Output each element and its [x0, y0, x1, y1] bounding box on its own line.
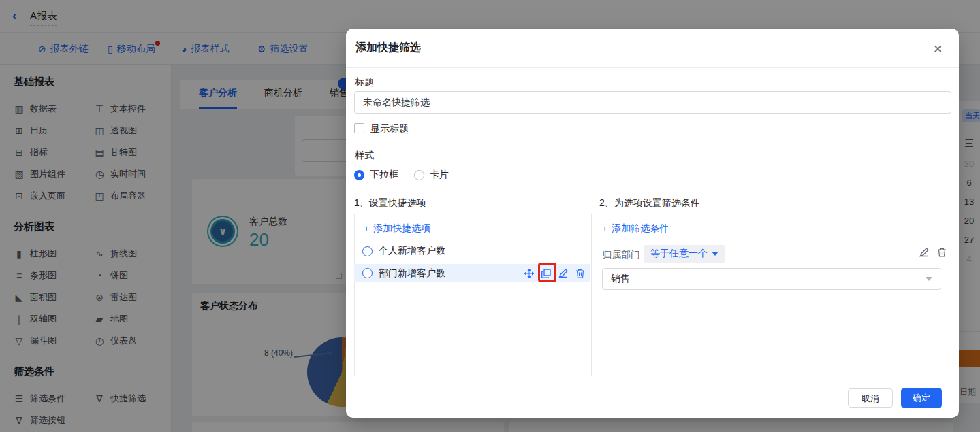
radio-unselected-icon[interactable]	[414, 170, 424, 180]
condition-actions	[919, 248, 947, 257]
modal-title: 添加快捷筛选	[355, 41, 421, 55]
radio-unselected-icon[interactable]	[362, 268, 373, 278]
quick-option-label: 个人新增客户数	[379, 245, 445, 257]
right-panel-heading: 2、为选项设置筛选条件	[599, 197, 700, 210]
condition-field-name: 归属部门	[602, 249, 640, 261]
show-title-checkbox[interactable]	[354, 123, 364, 133]
condition-value-select[interactable]: 销售	[602, 268, 941, 290]
plus-icon: +	[364, 223, 369, 234]
title-field-label: 标题	[355, 76, 374, 88]
add-filter-condition-label: 添加筛选条件	[612, 222, 669, 235]
style-label: 样式	[355, 150, 374, 162]
quick-filter-title-input[interactable]: 未命名快捷筛选	[354, 91, 951, 114]
panel-divider	[591, 214, 592, 376]
style-option-label: 卡片	[430, 169, 449, 181]
condition-operator-dropdown[interactable]: 等于任意一个	[644, 245, 725, 263]
radio-unselected-icon[interactable]	[362, 246, 373, 256]
show-title-label: 显示标题	[370, 123, 409, 135]
add-quick-filter-modal: 添加快捷筛选 ✕ 标题 未命名快捷筛选 显示标题 样式 下拉框 卡片 1、设置快…	[346, 29, 959, 418]
move-icon[interactable]	[524, 269, 534, 278]
trash-icon[interactable]	[575, 269, 585, 278]
quick-option-label: 部门新增客户数	[379, 267, 518, 280]
quick-option-personal[interactable]: 个人新增客户数	[362, 242, 584, 260]
radio-selected-icon[interactable]	[354, 170, 364, 180]
add-quick-option-link[interactable]: + 添加快捷选项	[364, 222, 430, 235]
condition-value-label: 销售	[611, 273, 630, 285]
confirm-button[interactable]: 确定	[901, 388, 942, 408]
close-icon[interactable]: ✕	[930, 42, 945, 57]
edit-icon[interactable]	[919, 248, 929, 257]
style-option-dropdown[interactable]: 下拉框	[354, 169, 398, 181]
red-annotation-box	[538, 263, 556, 282]
caret-down-icon	[926, 277, 932, 281]
add-quick-option-label: 添加快捷选项	[373, 222, 430, 235]
style-option-label: 下拉框	[370, 169, 398, 181]
caret-down-icon	[712, 252, 718, 256]
plus-icon: +	[602, 223, 607, 234]
left-panel-heading: 1、设置快捷选项	[354, 197, 426, 210]
divider	[346, 67, 959, 68]
add-filter-condition-link[interactable]: + 添加筛选条件	[602, 222, 669, 235]
edit-icon[interactable]	[558, 269, 568, 278]
style-option-card[interactable]: 卡片	[414, 169, 449, 181]
trash-icon[interactable]	[937, 248, 947, 257]
cancel-button[interactable]: 取消	[848, 388, 893, 408]
app-root: ‹ A报表 ⊘ 报表外链 ▯ 移动布局 ◕ 报表样式 ⚙ 筛选设置 基础报表 ▥…	[0, 0, 980, 432]
quick-option-panels	[354, 214, 951, 376]
condition-operator-label: 等于任意一个	[650, 248, 708, 260]
